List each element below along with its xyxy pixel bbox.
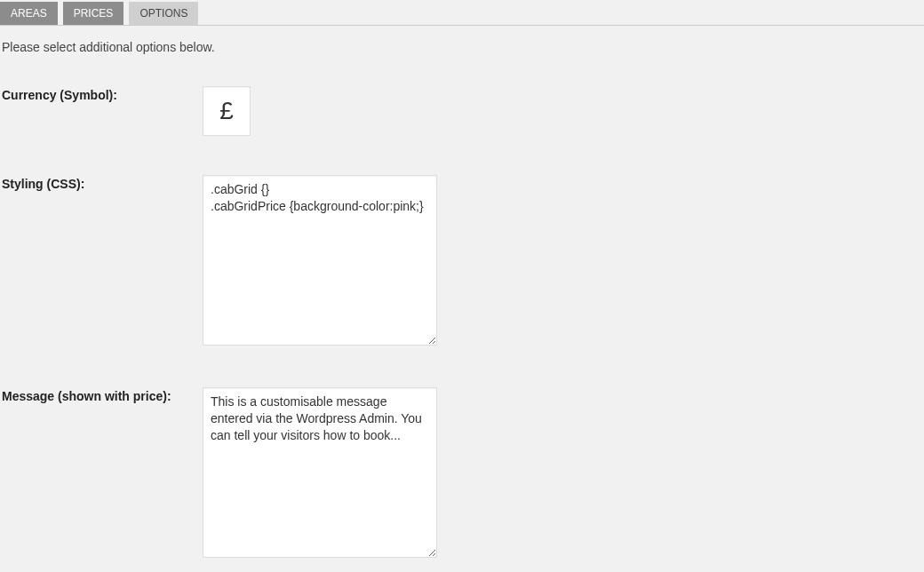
tabs-bar: AREAS PRICES OPTIONS [0,0,924,26]
intro-text: Please select additional options below. [2,40,924,54]
styling-row: Styling (CSS): [2,175,924,348]
styling-label: Styling (CSS): [2,175,203,191]
message-row: Message (shown with price): [2,387,924,560]
tab-options[interactable]: OPTIONS [129,2,198,25]
message-textarea[interactable] [203,387,437,558]
styling-textarea[interactable] [203,175,437,346]
currency-row: Currency (Symbol): [2,86,924,136]
options-panel: Please select additional options below. … [0,26,924,560]
currency-input[interactable] [203,86,251,136]
currency-label: Currency (Symbol): [2,86,203,102]
message-label: Message (shown with price): [2,387,203,403]
tab-areas[interactable]: AREAS [0,2,58,25]
tab-prices[interactable]: PRICES [63,2,124,25]
